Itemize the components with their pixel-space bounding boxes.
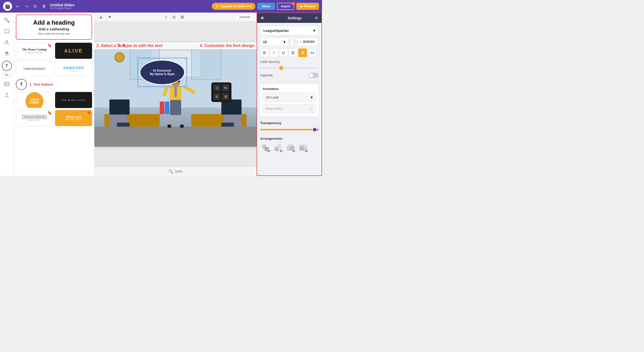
animate-button[interactable]: Animate	[236, 14, 254, 20]
filing-red	[160, 102, 164, 114]
align-left-button[interactable]	[289, 48, 297, 57]
ctx-fx-btn[interactable]: Fx	[222, 84, 229, 91]
font-family-selector[interactable]: LeagueSpartan ▾	[260, 26, 318, 35]
heading-template[interactable]: Add a heading Add a subheading Add a lit…	[16, 15, 92, 40]
template-grid-1: 🔖 The Home Coming #TRUESTORY ALIVE	[16, 43, 92, 59]
copy-btn[interactable]: ⧉	[171, 14, 177, 20]
color-hash: #	[300, 40, 301, 44]
canvas-wrapper: Hi Everyone! My Name is Ryan	[94, 22, 257, 167]
font-color-box[interactable]: # EFEFEF	[290, 38, 318, 46]
move-up-btn[interactable]: ▲	[97, 14, 104, 20]
bookmark-icon: 🔖	[48, 43, 52, 47]
import-badge: 9	[291, 2, 295, 6]
arrangements-row	[260, 142, 318, 153]
office-floor	[94, 127, 257, 147]
handle-bm[interactable]	[161, 85, 164, 88]
hyperlink-row: Hyperlink	[260, 73, 318, 78]
duplicate-button[interactable]: ⧉	[32, 3, 38, 10]
enter-effect-row[interactable]: Enter Effect ◎	[263, 104, 316, 113]
handle-tl[interactable]	[137, 57, 139, 60]
slide-background: Hi Everyone! My Name is Ryan	[94, 42, 257, 147]
upgrade-button[interactable]: ⭐ Upgrade to Slides Pro	[212, 3, 255, 10]
svg-rect-16	[277, 144, 281, 148]
cristiano-sub: REAL HERO	[28, 119, 41, 121]
justin-name1: JUSTIN	[30, 98, 39, 101]
font-size-box[interactable]: 18 ▾	[260, 38, 288, 46]
zoom-icon: 🔍	[168, 169, 173, 174]
think-text: THINK/DIFFERENT	[23, 68, 46, 70]
handle-bl[interactable]	[137, 85, 139, 88]
add-btn[interactable]: +	[164, 14, 169, 20]
font-row: 18 ▾ # EFEFEF	[260, 38, 318, 46]
template-home-coming[interactable]: 🔖 The Home Coming #TRUESTORY	[16, 43, 53, 59]
bold-button[interactable]: B	[260, 48, 269, 57]
handle-br[interactable]	[185, 85, 188, 88]
slide-canvas[interactable]: Hi Everyone! My Name is Ryan	[94, 42, 257, 147]
arrangements-label: Arrangements	[260, 137, 318, 140]
section-divider-1	[260, 82, 318, 82]
italic-button[interactable]: I	[270, 48, 278, 57]
color-swatch	[293, 40, 298, 44]
import-button[interactable]: Import 9	[277, 3, 294, 10]
context-menu: ⊡ Fx ⚙ 🗑	[211, 82, 231, 102]
template-blackhole[interactable]: THE BLACK HOLE	[55, 92, 92, 108]
person-icon-btn[interactable]	[2, 37, 12, 47]
bg-icon-btn[interactable]: BG	[2, 72, 11, 78]
underline-button[interactable]: U	[279, 48, 288, 57]
arrangement-back-btn[interactable]	[298, 142, 308, 153]
ctx-settings-btn[interactable]: ⚙	[213, 93, 220, 100]
svg-rect-0	[5, 29, 9, 33]
bitxel-bookmark: 🔖	[87, 111, 91, 115]
bitxel-sub: BITS MEET PIXELS	[66, 119, 82, 120]
animation-dropdown[interactable]: On Load ▾	[263, 93, 316, 102]
redo-button[interactable]: ↪	[23, 3, 30, 10]
template-think[interactable]: THINK/DIFFERENT	[16, 61, 53, 77]
step-labels-bar: 2. Select a Text 3. Type to edit the tex…	[94, 42, 257, 49]
arrangement-bottom-btn[interactable]	[260, 142, 271, 153]
align-center-button[interactable]	[298, 48, 307, 57]
animation-section: Animation On Load ▾ Enter Effect ◎	[260, 84, 318, 116]
app-logo: 🎬	[3, 2, 12, 11]
hyperlink-toggle[interactable]	[308, 73, 318, 78]
settings-body: LeagueSpartan ▾ 18 ▾ # EFEFEF B I U	[257, 23, 321, 159]
canvas-toolbar: ▲ ▼ + ⧉ 🗑 Animate	[94, 13, 257, 22]
hyperlink-label: Hyperlink	[260, 74, 273, 77]
section-divider-3	[260, 134, 318, 134]
trash-btn[interactable]: 🗑	[179, 14, 186, 20]
animation-value: On Load	[266, 95, 278, 99]
template-justin[interactable]: JUSTIN BIEBER	[16, 92, 53, 108]
ctx-delete-btn[interactable]: 🗑	[222, 93, 229, 100]
delete-button[interactable]: 🗑	[41, 3, 48, 10]
slides-icon-btn[interactable]	[2, 26, 12, 36]
upload-icon-btn[interactable]	[2, 90, 12, 100]
transparency-slider[interactable]	[260, 129, 318, 130]
arrangement-front-btn[interactable]	[285, 142, 296, 153]
ctx-layers-btn[interactable]: ⊡	[213, 84, 220, 91]
templates-panel: Add a heading Add a subheading Add a lit…	[14, 13, 94, 176]
template-animaker[interactable]: ANIMAKER TIMES	[55, 61, 92, 77]
present-button[interactable]: ▶ Present	[296, 3, 319, 10]
title-block: Untitled Slides All Changes Saved	[50, 3, 74, 10]
share-button[interactable]: Share	[257, 3, 275, 10]
letter-spacing-slider[interactable]	[260, 68, 318, 69]
left-sidebar: 🔍 ☕ T BG	[0, 13, 14, 176]
template-alive[interactable]: ALIVE	[55, 43, 92, 59]
move-down-btn[interactable]: ▼	[106, 14, 113, 20]
font-size-chevron: ▾	[284, 39, 286, 44]
text-T-icon-btn[interactable]: T	[2, 61, 12, 71]
image-icon-btn[interactable]	[2, 79, 12, 89]
animation-header: Animation	[263, 87, 316, 91]
handle-tr[interactable]	[185, 57, 188, 60]
search-icon-btn[interactable]: 🔍	[2, 15, 12, 25]
undo-button[interactable]: ↩	[15, 3, 21, 10]
template-cristiano[interactable]: 🔖 CRISTIANO RONALDO REAL HERO	[16, 110, 53, 126]
template-bitxel[interactable]: 🔖 BITXEL 2019 BITS MEET PIXELS	[55, 110, 92, 126]
clock	[114, 52, 125, 62]
arrangement-up-btn[interactable]	[273, 142, 283, 153]
transparency-label: Transparency	[260, 121, 318, 125]
coffee-icon-btn[interactable]: ☕	[2, 48, 12, 58]
settings-close-button[interactable]: ✕	[315, 16, 318, 20]
step4-label: 4. Customize the font design	[200, 43, 255, 48]
svg-rect-28	[299, 146, 304, 150]
text-size-button[interactable]: Aa	[308, 48, 316, 57]
